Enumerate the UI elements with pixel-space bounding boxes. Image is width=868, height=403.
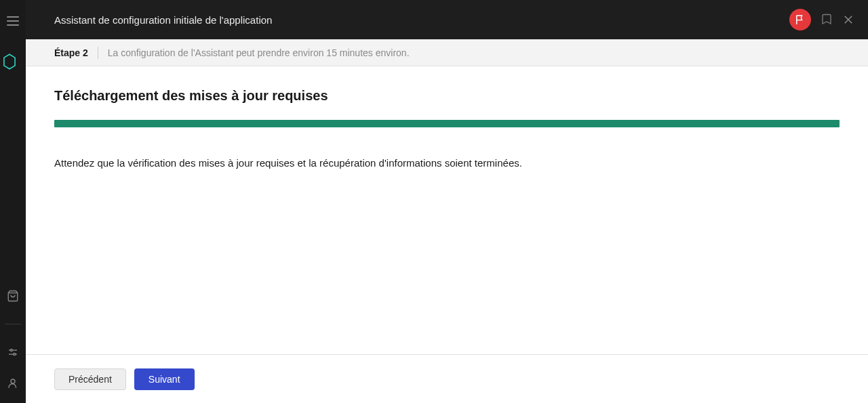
user-icon[interactable] <box>7 377 19 389</box>
brand-hexagon-icon <box>3 53 16 70</box>
svg-point-3 <box>10 349 12 352</box>
sidebar-bottom-group <box>0 290 26 389</box>
menu-icon[interactable] <box>7 16 19 26</box>
sidebar-divider <box>5 324 21 324</box>
sliders-icon[interactable] <box>7 346 19 358</box>
flag-icon <box>795 14 806 25</box>
flag-button[interactable] <box>789 9 811 30</box>
wizard-header: Assistant de configuration initiale de l… <box>26 0 868 39</box>
download-progress-bar <box>54 120 840 127</box>
close-icon[interactable] <box>842 14 854 26</box>
wizard-title: Assistant de configuration initiale de l… <box>54 14 789 26</box>
svg-point-4 <box>14 354 16 356</box>
wizard-content: Téléchargement des mises à jour requises… <box>26 66 868 354</box>
wizard-footer: Précédent Suivant <box>26 354 868 403</box>
back-button[interactable]: Précédent <box>54 368 126 390</box>
bag-icon[interactable] <box>7 290 19 302</box>
step-description: La configuration de l'Assistant peut pre… <box>108 47 410 58</box>
step-divider <box>98 47 98 59</box>
next-button[interactable]: Suivant <box>134 368 195 390</box>
wizard-modal: Assistant de configuration initiale de l… <box>26 0 868 403</box>
content-body-text: Attendez que la vérification des mises à… <box>54 156 840 171</box>
svg-point-5 <box>11 379 15 383</box>
content-title: Téléchargement des mises à jour requises <box>54 88 840 104</box>
header-actions <box>789 9 854 30</box>
app-left-sidebar <box>0 0 26 403</box>
step-label: Étape 2 <box>54 47 88 58</box>
bookmark-icon[interactable] <box>821 14 833 26</box>
step-bar: Étape 2 La configuration de l'Assistant … <box>26 39 868 66</box>
